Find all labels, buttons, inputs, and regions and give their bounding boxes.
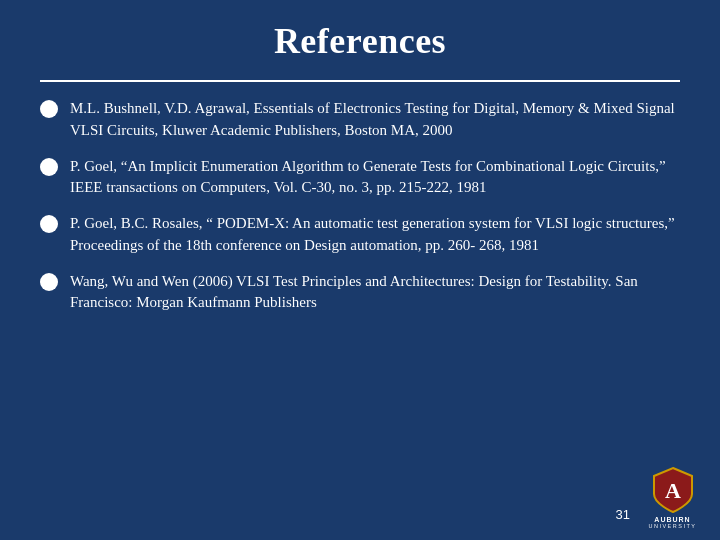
bullet-icon [40,215,58,233]
bullet-icon [40,158,58,176]
title-section: References [40,20,680,62]
university-subtitle: UNIVERSITY [648,523,696,529]
page-number: 31 [616,507,630,522]
page-title: References [40,20,680,62]
shield-icon: A [652,466,694,514]
list-item: P. Goel, B.C. Rosales, “ PODEM-X: An aut… [40,213,680,257]
reference-text: Wang, Wu and Wen (2006) VLSI Test Princi… [70,271,680,315]
list-item: M.L. Bushnell, V.D. Agrawal, Essentials … [40,98,680,142]
bullet-icon [40,273,58,291]
reference-text: M.L. Bushnell, V.D. Agrawal, Essentials … [70,98,680,142]
svg-text:A: A [665,478,681,503]
reference-text: P. Goel, “An Implicit Enumeration Algori… [70,156,680,200]
university-logo: A AUBURN UNIVERSITY [640,465,705,530]
reference-text: P. Goel, B.C. Rosales, “ PODEM-X: An aut… [70,213,680,257]
bullet-icon [40,100,58,118]
list-item: P. Goel, “An Implicit Enumeration Algori… [40,156,680,200]
title-divider [40,80,680,82]
references-list: M.L. Bushnell, V.D. Agrawal, Essentials … [40,98,680,520]
list-item: Wang, Wu and Wen (2006) VLSI Test Princi… [40,271,680,315]
slide: References M.L. Bushnell, V.D. Agrawal, … [0,0,720,540]
university-name: AUBURN [654,516,690,523]
